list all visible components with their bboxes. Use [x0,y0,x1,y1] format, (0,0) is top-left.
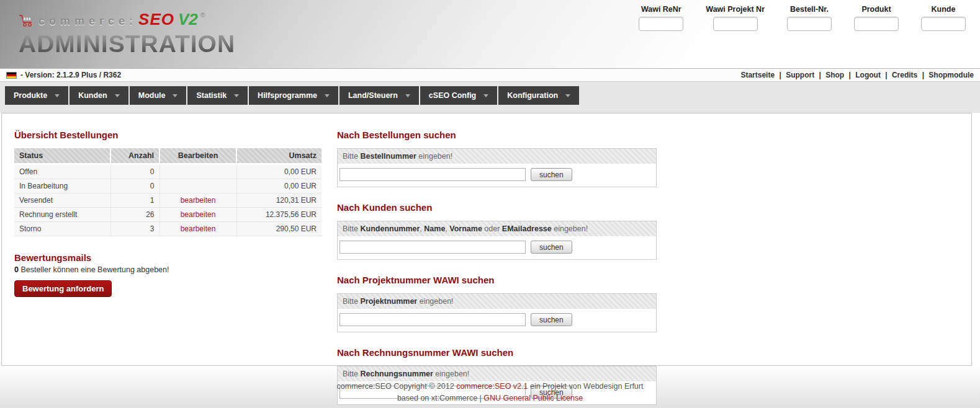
quick-search-input-kunde[interactable] [921,17,966,31]
col-anzahl: Anzahl [110,148,160,164]
table-row: In Bearbeitung 0 0,00 EUR [14,179,321,193]
orders-column: Übersicht Bestellungen Status Anzahl Bea… [14,126,321,353]
nav-item-konfiguration[interactable]: Konfiguration [498,86,579,105]
nav-item-produkte[interactable]: Produkte [5,86,68,105]
quick-search-field: Produkt [854,5,899,31]
cell-umsatz: 0,00 EUR [236,179,321,193]
footer-link-commerce-seo-v2-1[interactable]: commerce:SEO v2.1 [456,382,528,391]
reviews-section: Bewertungsmails 0 Besteller können eine … [14,252,321,297]
cell-status: Rechnung erstellt [14,208,110,222]
german-flag-icon [6,72,17,79]
quick-search-input-wawi-projekt-nr[interactable] [713,17,758,31]
search-input[interactable] [339,241,526,254]
page-header: commerce: SEO V2 ® ADMINISTRATION Wawi R… [0,0,980,68]
search-box: Bitte Kundennummer, Name, Vorname oder E… [337,221,657,260]
brand-seo: SEO [138,10,174,29]
bearbeiten-link[interactable]: bearbeiten [181,224,216,233]
cell-anzahl: 1 [110,193,160,208]
version-text: - Version: 2.1.2.9 Plus / R362 [20,71,121,79]
cell-status: Storno [14,222,110,236]
cell-anzahl: 0 [110,179,160,193]
cell-status: Offen [14,164,110,179]
cell-umsatz: 290,50 EUR [236,222,321,236]
chevron-down-icon [173,94,178,97]
shopping-cart-icon [19,14,35,29]
cell-bearbeiten [160,179,236,193]
search-input-row: suchen [338,237,656,259]
table-row: Storno 3 bearbeiten 290,50 EUR [14,222,321,236]
search-section-title: Nach Projektnummer WAWI suchen [337,275,657,285]
table-row: Offen 0 0,00 EUR [14,164,321,179]
quick-search-label: Produkt [861,5,891,14]
cell-anzahl: 0 [110,164,160,179]
admin-title: ADMINISTRATION [19,30,235,58]
cell-bearbeiten: bearbeiten [160,208,236,222]
col-umsatz: Umsatz [236,148,321,164]
cell-umsatz: 12.375,56 EUR [236,208,321,222]
quick-search-input-produkt[interactable] [854,17,899,31]
search-input[interactable] [339,313,526,326]
quick-search-input-wawi-renr[interactable] [639,17,683,31]
version-bar: - Version: 2.1.2.9 Plus / R362 Startseit… [0,68,980,82]
reviews-title: Bewertungsmails [14,252,321,263]
quick-search-field: Wawi Projekt Nr [706,5,765,31]
bearbeiten-link[interactable]: bearbeiten [181,210,216,219]
chevron-down-icon [325,94,330,97]
col-status: Status [14,148,110,164]
quick-search-bar: Wawi ReNr Wawi Projekt Nr Bestell-Nr. Pr… [639,5,966,31]
top-link-credits[interactable]: Credits [892,71,917,79]
cell-status: Versendet [14,193,110,208]
nav-item-statistik[interactable]: Statistik [187,86,248,105]
search-section-nach-bestellungen-suchen: Nach Bestellungen suchen Bitte Bestellnu… [337,130,657,187]
chevron-down-icon [405,94,410,97]
cell-umsatz: 120,31 EUR [236,193,321,208]
orders-table-header: Status Anzahl Bearbeiten Umsatz [14,148,321,164]
top-link-logout[interactable]: Logout [855,71,881,79]
footer-copyright: commerce:SEO Copyright © 2012 commerce:S… [0,381,980,392]
search-button[interactable]: suchen [531,168,572,181]
main-content: Übersicht Bestellungen Status Anzahl Bea… [1,113,972,366]
quick-search-input-bestell-nr[interactable] [787,17,832,31]
footer-license: based on xt:Commerce | GNU General Publi… [0,392,980,404]
quick-search-field: Kunde [921,5,966,31]
orders-title: Übersicht Bestellungen [14,130,321,140]
cell-bearbeiten: bearbeiten [160,193,236,208]
nav-item-kunden[interactable]: Kunden [70,86,128,105]
nav-item-cseo-config[interactable]: cSEO Config [420,86,497,105]
cell-anzahl: 26 [110,208,160,222]
brand-v2: V2 [178,10,198,29]
chevron-down-icon [483,94,488,97]
search-box: Bitte Projektnummer eingeben! suchen [337,293,657,332]
search-button[interactable]: suchen [531,313,572,326]
top-link-shop[interactable]: Shop [825,71,844,79]
top-link-support[interactable]: Support [786,71,814,79]
nav-item-module[interactable]: Module [130,86,187,105]
col-bearbeiten: Bearbeiten [160,148,236,164]
quick-search-label: Kunde [932,5,956,14]
bearbeiten-link[interactable]: bearbeiten [181,196,216,205]
chevron-down-icon [565,94,570,97]
nav-item-land-steuern[interactable]: Land/Steuern [339,86,419,105]
search-button[interactable]: suchen [531,241,572,254]
reviews-message: 0 Besteller können eine Bewertung abgebe… [14,265,321,274]
request-review-button[interactable]: Bewertung anfordern [14,280,112,297]
search-hint: Bitte Bestellnummer eingeben! [338,149,656,165]
quick-search-field: Bestell-Nr. [787,5,832,31]
nav-item-hilfsprogramme[interactable]: Hilfsprogramme [249,86,338,105]
registered-mark: ® [200,11,205,19]
top-link-shopmodule[interactable]: Shopmodule [928,71,974,79]
search-section-title: Nach Rechnungsnummer WAWI suchen [337,347,657,358]
cell-bearbeiten: bearbeiten [160,222,236,236]
top-link-startseite[interactable]: Startseite [740,71,775,79]
search-input[interactable] [339,168,526,181]
quick-search-field: Wawi ReNr [639,5,683,31]
cell-anzahl: 3 [110,222,160,236]
footer-link-gnu-general-public-license[interactable]: GNU General Public License [483,394,583,402]
search-hint: Bitte Projektnummer eingeben! [338,294,656,310]
search-section-nach-projektnummer-wawi-suchen: Nach Projektnummer WAWI suchen Bitte Pro… [337,275,657,332]
orders-table: Status Anzahl Bearbeiten Umsatz Offen 0 … [14,148,321,236]
brand-prefix: commerce: [38,15,137,28]
table-row: Rechnung erstellt 26 bearbeiten 12.375,5… [14,208,321,222]
chevron-down-icon [55,94,60,97]
main-nav: Produkte Kunden Module Statistik Hilfspr… [5,86,980,105]
